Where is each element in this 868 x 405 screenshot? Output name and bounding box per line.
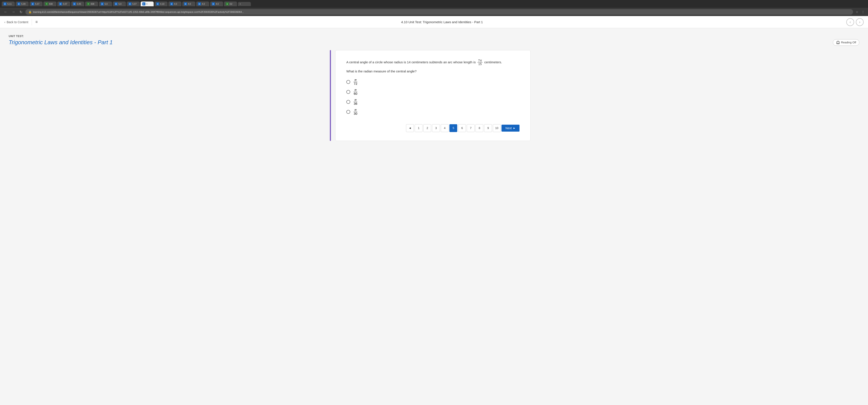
tab-favicon: D xyxy=(212,2,215,5)
option-item-1[interactable]: π 72 xyxy=(346,78,520,86)
tab-label: 5.05 xyxy=(77,3,81,5)
browser-actions: ☆ ⋮ xyxy=(855,10,865,14)
hamburger-menu-button[interactable]: ≡ xyxy=(35,20,38,24)
page-label: 9 xyxy=(487,126,489,130)
unit-test-title: Trigonometric Laws and Identities - Part… xyxy=(9,39,113,46)
options-list: π 72 π 60 xyxy=(346,78,520,115)
browser-tab[interactable]: D 4.0 xyxy=(196,2,209,6)
question-text: A central angle of a circle whose radius… xyxy=(346,59,520,66)
back-button[interactable]: ← xyxy=(3,9,9,14)
tab-label: 5.07 xyxy=(132,3,136,5)
tab-label: 5.09 xyxy=(21,3,25,5)
radio-button-2[interactable] xyxy=(346,90,350,94)
prev-page-button[interactable]: ‹ xyxy=(846,18,854,26)
tab-label: D2 xyxy=(229,3,232,5)
tab-favicon: ≡ xyxy=(45,2,48,5)
tab-favicon: D xyxy=(18,2,21,5)
browser-tab-active[interactable]: D × xyxy=(141,2,154,6)
tab-favicon: ● xyxy=(226,2,229,5)
url-bar[interactable]: 🔒 learning.k12.com/d2l/le/enhancedSequen… xyxy=(25,9,853,15)
tab-favicon: D xyxy=(142,2,145,5)
radio-button-1[interactable] xyxy=(346,80,350,84)
page-label: 5 xyxy=(453,126,454,130)
browser-tab[interactable]: D 5.07 xyxy=(127,2,140,6)
question-card: A central angle of a circle whose radius… xyxy=(335,50,531,141)
pagination-page-5[interactable]: 5 xyxy=(450,124,457,132)
security-lock-icon: 🔒 xyxy=(28,10,32,13)
tab-label: 4.0 xyxy=(174,3,177,5)
pagination-page-2[interactable]: 2 xyxy=(423,124,431,132)
pagination-page-1[interactable]: 1 xyxy=(415,124,423,132)
tab-favicon: D xyxy=(73,2,76,5)
tab-favicon: D xyxy=(59,2,62,5)
tab-label: 5.0 xyxy=(104,3,107,5)
tab-label: 4.0 xyxy=(216,3,219,5)
browser-tab[interactable]: ≡ 838 xyxy=(85,2,98,6)
browser-tab[interactable]: D 5.0 xyxy=(113,2,126,6)
pagination-page-9[interactable]: 9 xyxy=(484,124,492,132)
browser-menu-button[interactable]: ⋮ xyxy=(861,10,865,14)
question-content: A central angle of a circle whose radius… xyxy=(335,50,538,141)
next-button[interactable]: Next ► xyxy=(501,125,520,132)
reload-button[interactable]: ↻ xyxy=(18,9,24,14)
tab-label: 4.0 xyxy=(202,3,205,5)
page-label: 1 xyxy=(418,126,420,130)
option-item-2[interactable]: π 60 xyxy=(346,88,520,96)
address-bar: ← → ↻ 🔒 learning.k12.com/d2l/le/enhanced… xyxy=(0,8,868,16)
page-label: 3 xyxy=(435,126,437,130)
reading-off-button[interactable]: 🎧 Reading Off xyxy=(833,39,859,46)
radio-button-4[interactable] xyxy=(346,110,350,114)
url-text: learning.k12.com/d2l/le/enhancedSequence… xyxy=(33,11,850,13)
pagination-page-8[interactable]: 8 xyxy=(475,124,483,132)
tab-favicon: ≡ xyxy=(87,2,90,5)
browser-tab[interactable]: D 4.0 xyxy=(182,2,195,6)
header-divider xyxy=(32,19,32,25)
next-page-button[interactable]: › xyxy=(856,18,864,26)
pagination-page-6[interactable]: 6 xyxy=(458,124,466,132)
page-label: 7 xyxy=(470,126,471,130)
bookmark-button[interactable]: ☆ xyxy=(855,10,859,14)
browser-tab[interactable]: D 5.11 xyxy=(2,2,15,6)
question-fraction-denominator: 15 xyxy=(477,62,483,66)
browser-tab[interactable]: D 5.09 xyxy=(16,2,29,6)
pagination-page-3[interactable]: 3 xyxy=(432,124,440,132)
pagination-page-10[interactable]: 10 xyxy=(493,124,501,132)
tab-favicon: D xyxy=(101,2,104,5)
radio-button-3[interactable] xyxy=(346,100,350,104)
question-text-before: A central angle of a circle whose radius… xyxy=(346,60,476,64)
browser-tab[interactable]: D 4.0 xyxy=(168,2,181,6)
browser-tab[interactable]: D 4.10 xyxy=(155,2,167,6)
tab-label: 5.07 xyxy=(35,3,39,5)
page-label: 6 xyxy=(461,126,463,130)
browser-tab[interactable]: D 5.07 xyxy=(57,2,70,6)
add-tab-button[interactable]: + xyxy=(238,2,251,6)
tab-label: 838 xyxy=(49,3,53,5)
browser-tab[interactable]: D 4.0 xyxy=(210,2,223,6)
tabs-bar: D 5.11 D 5.09 D 5.07 ≡ 838 D 5.07 D 5.05… xyxy=(0,0,868,8)
next-label: Next xyxy=(505,126,512,130)
question-fraction-numerator: 7π xyxy=(477,59,483,62)
tab-label: 4.0 xyxy=(188,3,191,5)
browser-tab[interactable]: D 5.07 xyxy=(30,2,42,6)
tab-favicon: D xyxy=(115,2,118,5)
browser-tab[interactable]: D 5.05 xyxy=(71,2,84,6)
tab-favicon: D xyxy=(128,2,131,5)
content-area: UNIT TEST: Trigonometric Laws and Identi… xyxy=(0,28,868,405)
browser-tab[interactable]: ≡ 838 xyxy=(43,2,56,6)
reading-off-label: Reading Off xyxy=(841,41,856,44)
pagination-page-7[interactable]: 7 xyxy=(467,124,474,132)
pagination-page-4[interactable]: 4 xyxy=(441,124,448,132)
prev-arrow-icon: ◄ xyxy=(409,126,411,130)
tab-label: 5.11 xyxy=(7,3,11,5)
browser-tab[interactable]: ● D2 xyxy=(224,2,237,6)
tab-favicon: D xyxy=(184,2,187,5)
forward-button[interactable]: → xyxy=(10,9,17,14)
browser-tab[interactable]: D 5.0 xyxy=(99,2,112,6)
option-item-4[interactable]: π 30 xyxy=(346,108,520,115)
option-item-3[interactable]: π 36 xyxy=(346,98,520,106)
back-to-content-label: Back to Content xyxy=(7,21,28,24)
pagination-prev-button[interactable]: ◄ xyxy=(406,124,414,132)
back-to-content-link[interactable]: ‹ Back to Content xyxy=(4,21,28,24)
page-label: 2 xyxy=(427,126,428,130)
option-fraction-3: π 36 xyxy=(353,98,358,106)
